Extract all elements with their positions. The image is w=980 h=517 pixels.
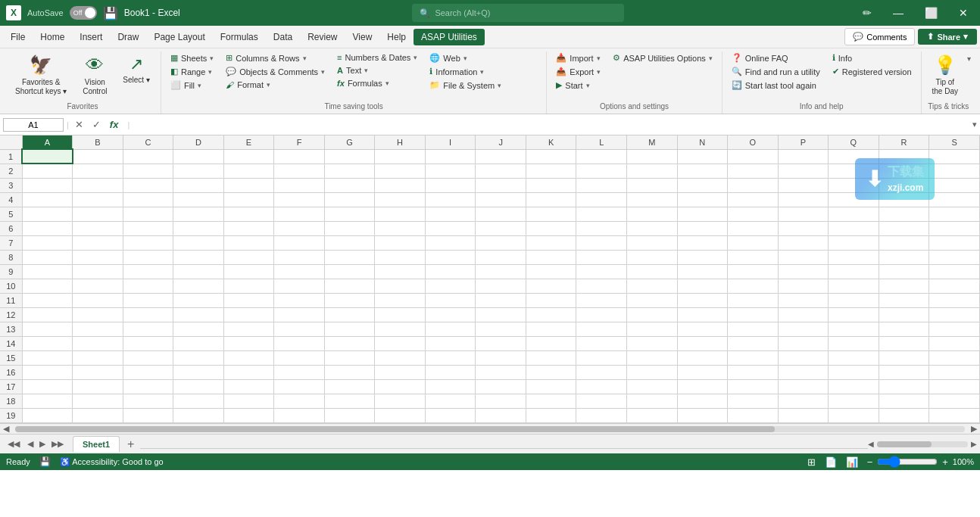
col-header-O[interactable]: O: [728, 135, 779, 149]
col-header-L[interactable]: L: [576, 135, 627, 149]
cell-D7[interactable]: [173, 235, 224, 250]
cell-L8[interactable]: [576, 250, 627, 264]
col-header-M[interactable]: M: [626, 135, 677, 149]
tip-of-day-button[interactable]: 💡 Tip ofthe Day: [926, 51, 964, 99]
cell-P18[interactable]: [778, 394, 829, 408]
cell-R11[interactable]: [879, 293, 929, 307]
cell-R19[interactable]: [879, 408, 929, 422]
cell-N17[interactable]: [677, 379, 728, 394]
cell-K18[interactable]: [526, 394, 576, 408]
cell-G5[interactable]: [324, 207, 375, 221]
cell-L13[interactable]: [576, 322, 627, 336]
cell-F13[interactable]: [274, 322, 325, 336]
sheets-button[interactable]: ▦ Sheets ▾: [166, 51, 218, 64]
cell-B15[interactable]: [73, 350, 123, 365]
cell-F3[interactable]: [274, 178, 325, 192]
cell-D13[interactable]: [173, 322, 224, 336]
cell-S5[interactable]: [929, 207, 980, 221]
menu-asap-utilities[interactable]: ASAP Utilities: [414, 29, 485, 45]
cell-K16[interactable]: [526, 365, 576, 379]
col-header-S[interactable]: S: [929, 135, 980, 149]
cell-S1[interactable]: [929, 149, 980, 164]
cell-Q15[interactable]: [829, 350, 879, 365]
cell-M1[interactable]: [626, 149, 677, 164]
nav-sheet-prev[interactable]: ◀: [24, 438, 36, 450]
cell-I14[interactable]: [425, 336, 476, 350]
row-number-14[interactable]: 14: [0, 336, 22, 350]
cell-E11[interactable]: [223, 293, 274, 307]
cell-E17[interactable]: [223, 379, 274, 394]
cell-R7[interactable]: [879, 235, 929, 250]
tab-scroll-thumb[interactable]: [877, 441, 932, 447]
text-button[interactable]: A Text ▾: [332, 64, 422, 76]
cell-C10[interactable]: [123, 279, 173, 293]
cell-I18[interactable]: [425, 394, 476, 408]
col-header-K[interactable]: K: [526, 135, 576, 149]
cell-J3[interactable]: [476, 178, 526, 192]
col-header-R[interactable]: R: [879, 135, 929, 149]
search-input[interactable]: [435, 8, 616, 17]
cell-I10[interactable]: [425, 279, 476, 293]
cell-P20[interactable]: [778, 422, 829, 423]
cell-F19[interactable]: [274, 408, 325, 422]
cell-K17[interactable]: [526, 379, 576, 394]
cell-C3[interactable]: [123, 178, 173, 192]
zoom-out-button[interactable]: −: [866, 455, 875, 469]
cell-M15[interactable]: [626, 350, 677, 365]
cell-S15[interactable]: [929, 350, 980, 365]
cell-A11[interactable]: [22, 293, 73, 307]
cell-G8[interactable]: [324, 250, 375, 264]
cell-O11[interactable]: [728, 293, 779, 307]
cell-A19[interactable]: [22, 408, 73, 422]
cell-G3[interactable]: [324, 178, 375, 192]
cell-H7[interactable]: [375, 235, 426, 250]
cell-B5[interactable]: [73, 207, 123, 221]
menu-view[interactable]: View: [345, 29, 380, 45]
cell-N12[interactable]: [677, 307, 728, 322]
cell-L10[interactable]: [576, 279, 627, 293]
close-button[interactable]: ✕: [953, 4, 974, 22]
cell-C5[interactable]: [123, 207, 173, 221]
cell-H18[interactable]: [375, 394, 426, 408]
cell-O10[interactable]: [728, 279, 779, 293]
cell-I11[interactable]: [425, 293, 476, 307]
menu-page-layout[interactable]: Page Layout: [146, 29, 212, 45]
cell-L3[interactable]: [576, 178, 627, 192]
cell-G2[interactable]: [324, 164, 375, 178]
cell-E13[interactable]: [223, 322, 274, 336]
columns-rows-button[interactable]: ⊞ Columns & Rows ▾: [221, 51, 329, 64]
cell-S20[interactable]: [929, 422, 980, 423]
cell-A8[interactable]: [22, 250, 73, 264]
sheet-tab-scrollbar[interactable]: ◀ ▶: [868, 440, 977, 448]
cell-A4[interactable]: [22, 192, 73, 207]
cell-P11[interactable]: [778, 293, 829, 307]
menu-home[interactable]: Home: [33, 29, 72, 45]
cell-O12[interactable]: [728, 307, 779, 322]
cell-D9[interactable]: [173, 264, 224, 279]
cell-D10[interactable]: [173, 279, 224, 293]
cell-M13[interactable]: [626, 322, 677, 336]
cell-N2[interactable]: [677, 164, 728, 178]
cell-N3[interactable]: [677, 178, 728, 192]
cell-L16[interactable]: [576, 365, 627, 379]
cell-E18[interactable]: [223, 394, 274, 408]
start-button[interactable]: ▶ Start ▾: [551, 79, 605, 92]
cell-H6[interactable]: [375, 221, 426, 235]
cell-K12[interactable]: [526, 307, 576, 322]
cell-B7[interactable]: [73, 235, 123, 250]
cell-M17[interactable]: [626, 379, 677, 394]
cell-R6[interactable]: [879, 221, 929, 235]
cell-N4[interactable]: [677, 192, 728, 207]
cell-J9[interactable]: [476, 264, 526, 279]
cell-A12[interactable]: [22, 307, 73, 322]
cell-J11[interactable]: [476, 293, 526, 307]
cell-K15[interactable]: [526, 350, 576, 365]
cell-H16[interactable]: [375, 365, 426, 379]
cell-B19[interactable]: [73, 408, 123, 422]
cell-I15[interactable]: [425, 350, 476, 365]
cell-N14[interactable]: [677, 336, 728, 350]
format-button[interactable]: 🖌 Format ▾: [221, 79, 329, 91]
cell-E14[interactable]: [223, 336, 274, 350]
cell-D11[interactable]: [173, 293, 224, 307]
cell-Q19[interactable]: [829, 408, 879, 422]
